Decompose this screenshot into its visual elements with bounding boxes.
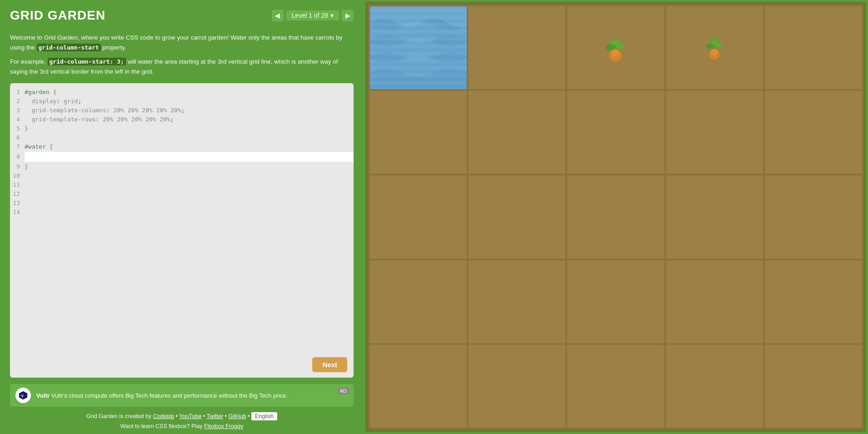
app-title: GRID GARDEN <box>10 8 105 23</box>
code-line-4: 4 grid-template-rows: 20% 20% 20% 20% 20… <box>10 115 354 124</box>
code-line-5: 5 } <box>10 124 354 133</box>
code-line-7: 7 #water { <box>10 142 354 151</box>
line-number-8: 8 <box>10 153 25 160</box>
line-number-5: 5 <box>10 125 25 132</box>
code-line-11: 11 <box>10 180 354 190</box>
grid-cell-2-0 <box>370 175 467 258</box>
grid-cell-2-1 <box>469 175 565 258</box>
line-number-6: 6 <box>10 134 25 141</box>
grid-cell-1-0 <box>370 91 467 174</box>
svg-point-8 <box>710 49 718 55</box>
dropdown-icon: ▾ <box>330 12 334 19</box>
code-line-3: 3 grid-template-columns: 20% 20% 20% 20%… <box>10 106 354 115</box>
line-number-7: 7 <box>10 143 25 150</box>
line-number-2: 2 <box>10 98 25 105</box>
line-number-3: 3 <box>10 107 25 114</box>
code-line-12: 12 <box>10 190 354 199</box>
line-content-5: } <box>25 125 28 132</box>
line-content-1: #garden { <box>25 89 56 95</box>
sep4: • <box>248 413 251 419</box>
code-line-8: 8 <box>10 151 354 162</box>
grid-cell-0-1 <box>469 6 565 89</box>
flexbox-text: Want to learn CSS flexbox? Play <box>120 423 204 429</box>
ad-badge: AD <box>338 388 349 394</box>
language-button[interactable]: English <box>251 412 277 420</box>
example-text-1: For example, <box>10 58 48 65</box>
grid-cell-2-3 <box>666 175 763 258</box>
grid-cell-1-1 <box>469 91 565 174</box>
code-line-10: 10 <box>10 171 354 180</box>
flexbox-froggy-link[interactable]: Flexbox Froggy <box>204 423 243 429</box>
footer-created-text: Grid Garden is created by <box>86 413 153 419</box>
codepip-link[interactable]: Codepip <box>153 413 175 419</box>
grid-cell-4-1 <box>469 345 565 428</box>
youtube-link[interactable]: YouTube <box>179 413 201 419</box>
line-number-13: 13 <box>10 200 25 206</box>
grid-cell-4-3 <box>666 345 763 428</box>
level-navigator: ◀ Level 1 of 28 ▾ ▶ <box>272 10 354 21</box>
level-display: Level 1 of 28 ▾ <box>286 10 339 20</box>
twitter-link[interactable]: Twitter <box>207 413 224 419</box>
line-number-9: 9 <box>10 163 25 170</box>
grid-cell-2-2 <box>567 175 664 258</box>
grid-cell-4-0 <box>370 345 467 428</box>
footer: Grid Garden is created by Codepip • YouT… <box>10 412 354 429</box>
example-paragraph: For example, grid-column-start: 3; will … <box>10 57 354 76</box>
grid-cell-4-2 <box>567 345 664 428</box>
code-line-1: 1 #garden { <box>10 88 354 97</box>
grid-cell-2-4 <box>765 175 862 258</box>
code-line-14: 14 <box>10 208 354 217</box>
svg-point-3 <box>611 50 620 57</box>
code-line-2: 2 display: grid; <box>10 97 354 106</box>
line-number-11: 11 <box>10 181 25 188</box>
ad-banner: AD V Vultr Vultr's cloud compute offers … <box>10 384 354 407</box>
code-line-6: 6 <box>10 133 354 142</box>
grid-cell-3-2 <box>567 260 664 343</box>
grid-cell-3-0 <box>370 260 467 343</box>
line-content-4: grid-template-rows: 20% 20% 20% 20% 20%; <box>25 116 174 123</box>
grid-cell-3-3 <box>666 260 763 343</box>
svg-point-6 <box>611 40 620 46</box>
grid-cell-0-0 <box>370 6 467 89</box>
grid-cell-1-3 <box>666 91 763 174</box>
sep3: • <box>225 413 229 419</box>
line-number-10: 10 <box>10 172 25 179</box>
garden-grid <box>365 2 866 432</box>
line-number-4: 4 <box>10 116 25 123</box>
line-content-3: grid-template-columns: 20% 20% 20% 20% 2… <box>25 107 185 114</box>
ad-description: Vultr's cloud compute offers Big Tech fe… <box>51 392 288 399</box>
next-button[interactable]: Next <box>312 357 347 372</box>
intro-paragraph: Welcome to Grid Garden, where you write … <box>10 33 354 52</box>
line-number-12: 12 <box>10 190 25 197</box>
carrot-plant-large <box>601 33 630 63</box>
highlight-example: grid-column-start: 3; <box>48 58 126 65</box>
highlight-property-1: grid-column-start <box>37 44 101 51</box>
prev-level-button[interactable]: ◀ <box>272 10 284 21</box>
grid-cell-3-1 <box>469 260 565 343</box>
footer-links: Grid Garden is created by Codepip • YouT… <box>10 412 354 420</box>
svg-text:V: V <box>21 394 24 398</box>
grid-cell-0-4 <box>765 6 862 89</box>
grid-cell-0-2 <box>567 6 664 89</box>
sep2: • <box>203 413 207 419</box>
vultr-logo: V <box>15 388 31 403</box>
ad-text: Vultr Vultr's cloud compute offers Big T… <box>36 392 288 399</box>
grid-cell-1-2 <box>567 91 664 174</box>
svg-point-11 <box>711 40 718 45</box>
grid-cell-3-4 <box>765 260 862 343</box>
code-line-13: 13 <box>10 199 354 208</box>
line-content-2: display: grid; <box>25 98 81 105</box>
line-content-9: } <box>25 163 28 170</box>
line-number-1: 1 <box>10 89 25 95</box>
intro-text-2: property. <box>101 44 126 51</box>
code-editor: 1 #garden { 2 display: grid; 3 grid-temp… <box>10 83 354 378</box>
next-level-button[interactable]: ▶ <box>342 10 354 21</box>
grid-cell-4-4 <box>765 345 862 428</box>
css-input[interactable] <box>25 152 354 162</box>
grid-cell-0-3 <box>666 6 763 89</box>
line-number-14: 14 <box>10 209 25 215</box>
github-link[interactable]: GitHub <box>229 413 246 419</box>
carrot-plant-medium <box>702 34 727 61</box>
level-text: Level 1 of 28 <box>292 12 328 19</box>
grid-cell-1-4 <box>765 91 862 174</box>
